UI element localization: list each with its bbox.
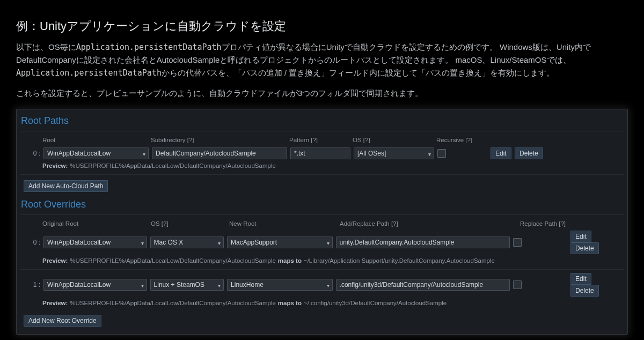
- edit-button[interactable]: Edit: [570, 231, 591, 242]
- new-root-select[interactable]: LinuxHome: [227, 279, 332, 291]
- preview-src: %USERPROFILE%/AppData/LocalLow/DefaultCo…: [70, 299, 276, 308]
- header-sub: Subdirectory [?]: [151, 136, 286, 145]
- code-inline-1: Application.persistentDataPath: [76, 42, 222, 52]
- header-replace-path: Replace Path [?]: [520, 219, 574, 229]
- add-replace-path-input[interactable]: .config/unity3d/DefaultCompany/Autocloud…: [336, 279, 510, 291]
- config-panel: Root Paths Root Subdirectory [?] Pattern…: [16, 109, 628, 335]
- row-index: 1 :: [20, 280, 43, 290]
- override-os-select[interactable]: Mac OS X: [150, 236, 224, 248]
- add-replace-path-input[interactable]: unity.DefaultCompany.AutocloudSample: [336, 236, 510, 248]
- preview-dst: ~/Library/Application Support/unity.Defa…: [304, 256, 495, 266]
- delete-button[interactable]: Delete: [570, 285, 599, 297]
- root-overrides-title: Root Overrides: [20, 196, 624, 215]
- root-select[interactable]: WinAppDataLocalLow: [43, 147, 149, 159]
- header-root: Root: [42, 136, 148, 145]
- paragraph-2: これらを設定すると、プレビューサンプルのように、自動クラウドファイルが3つのフォ…: [16, 87, 628, 99]
- original-root-select[interactable]: WinAppDataLocalLow: [43, 236, 147, 248]
- edit-button[interactable]: Edit: [570, 273, 591, 285]
- edit-button[interactable]: Edit: [491, 147, 511, 159]
- section-heading: 例：Unityアプリケーションに自動クラウドを設定: [16, 17, 628, 35]
- root-path-preview-0: Preview: %USERPROFILE%/AppData/LocalLow/…: [20, 160, 624, 175]
- add-auto-cloud-path-button[interactable]: Add New Auto-Cloud Path: [24, 180, 108, 192]
- preview-label: Preview:: [42, 256, 68, 266]
- preview-dst: ~/.config/unity3d/DefaultCompany/Autoclo…: [304, 299, 447, 308]
- override-row-1: 1 : WinAppDataLocalLow Linux + SteamOS L…: [20, 272, 624, 298]
- new-root-select[interactable]: MacAppSupport: [227, 236, 332, 248]
- header-rec: Recursive [?]: [436, 136, 479, 145]
- header-os: OS [?]: [353, 136, 433, 145]
- header-original-root: Original Root: [42, 219, 148, 229]
- override-os-select[interactable]: Linux + SteamOS: [150, 279, 224, 291]
- row-index: 0 :: [20, 149, 43, 159]
- recursive-checkbox[interactable]: [437, 149, 446, 158]
- root-paths-title: Root Paths: [20, 113, 624, 131]
- preview-label: Preview:: [42, 299, 68, 308]
- header-pat: Pattern [?]: [289, 136, 349, 145]
- delete-button[interactable]: Delete: [570, 242, 599, 254]
- delete-button[interactable]: Delete: [515, 147, 543, 159]
- preview-label: Preview:: [42, 161, 68, 171]
- para1-text-a: 以下は、OS毎に: [16, 42, 76, 51]
- override-preview-0: Preview: %USERPROFILE%/AppData/LocalLow/…: [20, 255, 624, 270]
- os-select[interactable]: [All OSes]: [354, 147, 434, 159]
- header-add-replace: Add/Replace Path [?]: [340, 219, 517, 229]
- override-row-0: 0 : WinAppDataLocalLow Mac OS X MacAppSu…: [20, 230, 624, 255]
- header-new-root: New Root: [229, 219, 336, 229]
- row-index: 0 :: [20, 238, 43, 248]
- original-root-select[interactable]: WinAppDataLocalLow: [43, 279, 147, 291]
- pattern-input[interactable]: *.txt: [290, 147, 350, 159]
- paragraph-1: 以下は、OS毎にApplication.persistentDataPathプロ…: [16, 41, 628, 79]
- root-paths-headers: Root Subdirectory [?] Pattern [?] OS [?]…: [20, 134, 624, 146]
- header-override-os: OS [?]: [151, 219, 226, 229]
- preview-path: %USERPROFILE%/AppData/LocalLow/DefaultCo…: [70, 161, 276, 171]
- code-inline-2: Application.persistentDataPath: [16, 68, 162, 78]
- override-preview-1: Preview: %USERPROFILE%/AppData/LocalLow/…: [20, 298, 624, 312]
- preview-src: %USERPROFILE%/AppData/LocalLow/DefaultCo…: [70, 256, 276, 266]
- replace-path-checkbox[interactable]: [513, 280, 522, 289]
- subdirectory-input[interactable]: DefaultCompany/AutocloudSample: [152, 147, 287, 159]
- root-overrides-headers: Original Root OS [?] New Root Add/Replac…: [20, 217, 624, 230]
- replace-path-checkbox[interactable]: [513, 238, 522, 247]
- maps-to-label: maps to: [278, 256, 302, 266]
- root-path-row-0: 0 : WinAppDataLocalLow DefaultCompany/Au…: [20, 146, 624, 160]
- maps-to-label: maps to: [278, 299, 302, 308]
- para1-text-c: からの代替パスを、「パスの追加 / 置き換え」フィールド内に設定して「パスの置き…: [162, 68, 555, 77]
- add-root-override-button[interactable]: Add New Root Override: [24, 315, 101, 327]
